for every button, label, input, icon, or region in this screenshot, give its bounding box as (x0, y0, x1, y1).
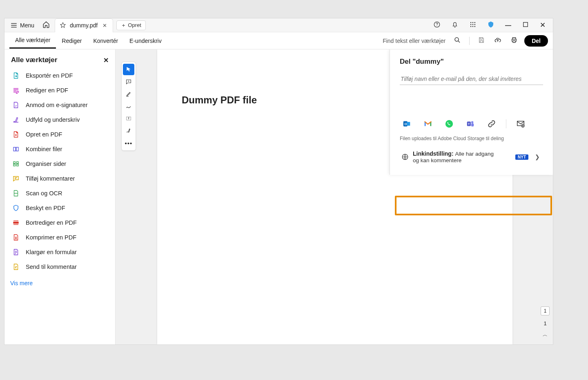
edit-icon (12, 86, 20, 94)
sidebar-close-button[interactable]: ✕ (103, 56, 109, 64)
tab-convert[interactable]: Konvertér (87, 34, 124, 48)
tool-add-comments[interactable]: Tilføj kommentarer (9, 171, 111, 186)
tool-label: Rediger en PDF (26, 87, 68, 94)
tool-protect-pdf[interactable]: Beskyt en PDF (9, 201, 111, 215)
vt-more[interactable]: ••• (123, 137, 134, 149)
tool-label: Anmod om e-signaturer (26, 102, 88, 108)
tab-all-tools[interactable]: Alle værktøjer (9, 33, 56, 49)
cloud-upload-button[interactable] (492, 35, 504, 47)
share-invite-input[interactable] (400, 73, 543, 85)
tool-organize-pages[interactable]: Organiser sider (9, 156, 111, 171)
svg-rect-16 (407, 122, 410, 125)
tool-redact-pdf[interactable]: Bortrediger en PDF (9, 215, 111, 230)
vt-highlight[interactable] (123, 88, 134, 100)
link-setting-row[interactable]: Linkindstilling: Alle har adgang og kan … (400, 145, 543, 168)
home-button[interactable] (39, 19, 53, 31)
document-tab[interactable]: dummy.pdf ✕ (55, 18, 113, 32)
vt-sign[interactable] (123, 125, 134, 136)
grid-icon (469, 21, 477, 28)
compress-icon (12, 233, 20, 241)
tool-label: Udfyld og underskriv (26, 116, 80, 123)
tool-export-pdf[interactable]: Eksportér en PDF (9, 68, 111, 83)
share-outlook[interactable]: O (402, 119, 411, 128)
hamburger-icon (10, 22, 18, 29)
new-tab-button[interactable]: ＋ Opret (116, 20, 146, 30)
print-icon (510, 36, 518, 44)
tab-close-button[interactable]: ✕ (101, 22, 109, 29)
divider (469, 37, 470, 45)
apps-button[interactable] (467, 19, 479, 31)
share-whatsapp[interactable] (445, 119, 454, 128)
vt-textbox[interactable] (123, 113, 134, 124)
help-button[interactable] (431, 19, 443, 31)
toolbar-right: Find tekst eller værktøjer Del (383, 35, 548, 47)
account-button[interactable] (485, 19, 497, 31)
tool-label: Beskyt en PDF (26, 205, 65, 211)
mail-settings-icon (516, 119, 525, 128)
maximize-icon (522, 21, 529, 28)
send-comment-icon (12, 263, 20, 271)
tool-label: Send til kommentar (26, 264, 77, 270)
tool-send-comment[interactable]: Send til kommentar (9, 259, 111, 274)
share-upload-note: Filen uploades til Adobe Cloud Storage t… (400, 136, 543, 141)
toolbar: Alle værktøjer Rediger Konvertér E-under… (4, 32, 553, 49)
tool-scan-ocr[interactable]: Scan og OCR (9, 186, 111, 201)
print-button[interactable] (508, 35, 520, 47)
window-minimize[interactable]: — (503, 20, 514, 30)
share-mail-settings[interactable] (516, 119, 525, 128)
tool-compress-pdf[interactable]: Komprimer en PDF (9, 230, 111, 245)
more-icon: ••• (125, 140, 133, 147)
globe-icon (401, 153, 409, 161)
svg-rect-6 (472, 24, 473, 25)
tool-label: Eksportér en PDF (26, 72, 73, 79)
tab-esign[interactable]: E-underskriv (124, 34, 167, 48)
tool-prepare-form[interactable]: Klargør en formular (9, 245, 111, 259)
page-input[interactable]: 1 (541, 306, 550, 315)
create-pdf-icon (12, 130, 20, 139)
vt-draw[interactable] (123, 101, 134, 112)
tool-label: Tilføj kommentarer (26, 175, 75, 182)
tool-create-pdf[interactable]: Opret en PDF (9, 127, 111, 142)
vt-select[interactable] (123, 64, 134, 75)
menu-button[interactable]: Menu (7, 20, 38, 31)
window-maximize[interactable] (519, 19, 532, 31)
tab-filename: dummy.pdf (70, 22, 98, 29)
draw-icon (125, 103, 132, 110)
svg-rect-8 (470, 26, 471, 27)
search-label[interactable]: Find tekst eller værktøjer (383, 38, 445, 44)
tool-combine-files[interactable]: Kombiner filer (9, 142, 111, 156)
link-setting-label: Linkindstilling: (413, 150, 454, 157)
tab-edit[interactable]: Rediger (56, 34, 87, 48)
share-gmail[interactable] (423, 119, 432, 128)
search-button[interactable] (451, 35, 463, 47)
svg-rect-11 (523, 22, 528, 27)
page-counter: 1 1 ︿ (540, 306, 550, 338)
sidebar-title: Alle værktøjer (11, 56, 57, 64)
svg-point-18 (445, 120, 453, 127)
link-icon (487, 119, 496, 128)
note-icon (125, 78, 132, 85)
save-button[interactable] (475, 35, 488, 47)
combine-icon (12, 145, 20, 153)
tool-request-signatures[interactable]: Anmod om e-signaturer (9, 98, 111, 112)
show-more-link[interactable]: Vis mere (9, 277, 34, 290)
scroll-top-button[interactable]: ︿ (543, 331, 548, 338)
tool-edit-pdf[interactable]: Rediger en PDF (9, 83, 111, 98)
svg-rect-10 (474, 26, 475, 27)
whatsapp-icon (445, 119, 454, 128)
notifications-button[interactable] (449, 19, 461, 31)
new-tab-label: Opret (128, 22, 141, 28)
plus-icon: ＋ (121, 22, 126, 29)
page-total: 1 (543, 320, 546, 326)
svg-point-1 (437, 26, 437, 27)
share-teams[interactable]: T (466, 119, 475, 128)
tool-label: Komprimer en PDF (26, 234, 76, 241)
redact-icon (12, 219, 20, 227)
search-icon (454, 36, 461, 44)
window-close[interactable]: ✕ (537, 19, 548, 31)
share-button[interactable]: Del (524, 35, 548, 47)
titlebar: Menu dummy.pdf ✕ ＋ Opret (4, 18, 553, 32)
vt-comment[interactable] (123, 76, 134, 87)
share-link[interactable] (487, 119, 496, 128)
tool-fill-sign[interactable]: Udfyld og underskriv (9, 112, 111, 127)
